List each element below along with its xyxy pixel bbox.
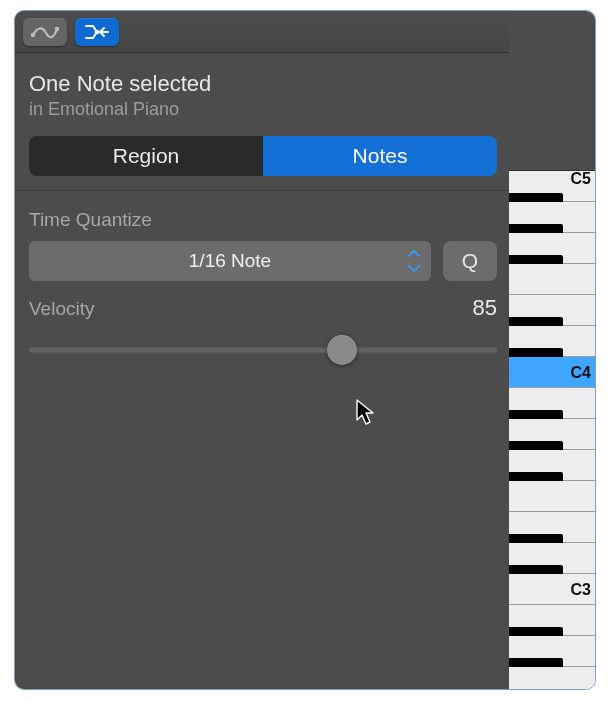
inspector-toolbar xyxy=(15,11,511,53)
selection-subtitle: in Emotional Piano xyxy=(29,99,497,120)
velocity-value: 85 xyxy=(473,295,497,321)
time-quantize-select[interactable]: 1/16 Note xyxy=(29,241,431,281)
time-quantize-row: 1/16 Note Q xyxy=(29,241,497,281)
svg-point-0 xyxy=(31,32,35,36)
automation-curve-icon xyxy=(31,25,59,39)
merge-filter-icon xyxy=(83,23,111,41)
slider-thumb[interactable] xyxy=(327,335,357,365)
piano-white-key[interactable] xyxy=(509,667,595,690)
tab-notes[interactable]: Notes xyxy=(263,136,497,176)
catch-tool-button[interactable] xyxy=(75,18,119,46)
selection-header: One Note selected in Emotional Piano Reg… xyxy=(15,53,511,191)
piano-keyboard-strip: C4C3C5 xyxy=(509,11,595,689)
stepper-icon xyxy=(407,250,421,272)
time-quantize-value: 1/16 Note xyxy=(189,250,271,272)
piano-octave-label: C3 xyxy=(571,581,591,599)
inspector-window: One Note selected in Emotional Piano Reg… xyxy=(14,10,596,690)
piano-white-key[interactable] xyxy=(509,481,595,512)
automation-tool-button[interactable] xyxy=(23,18,67,46)
selection-title: One Note selected xyxy=(29,71,497,97)
piano-keys[interactable]: C4C3C5 xyxy=(509,171,595,689)
velocity-label: Velocity xyxy=(29,298,94,320)
piano-octave-label: C4 xyxy=(571,364,591,382)
svg-point-1 xyxy=(55,26,59,30)
velocity-row: Velocity 85 xyxy=(29,295,497,321)
tab-region[interactable]: Region xyxy=(29,136,263,176)
piano-octave-label: C5 xyxy=(571,170,591,188)
time-quantize-label: Time Quantize xyxy=(29,209,497,231)
piano-white-key[interactable] xyxy=(509,264,595,295)
region-notes-segmented: Region Notes xyxy=(29,136,497,176)
piano-black-key[interactable] xyxy=(509,689,563,690)
slider-track xyxy=(29,348,497,353)
velocity-slider[interactable] xyxy=(29,335,497,365)
svg-point-2 xyxy=(95,29,100,34)
inspector-panel: One Note selected in Emotional Piano Reg… xyxy=(15,11,511,689)
notes-controls: Time Quantize 1/16 Note Q Velocity 85 xyxy=(15,191,511,365)
quantize-apply-button[interactable]: Q xyxy=(443,241,497,281)
piano-ruler xyxy=(509,11,595,171)
